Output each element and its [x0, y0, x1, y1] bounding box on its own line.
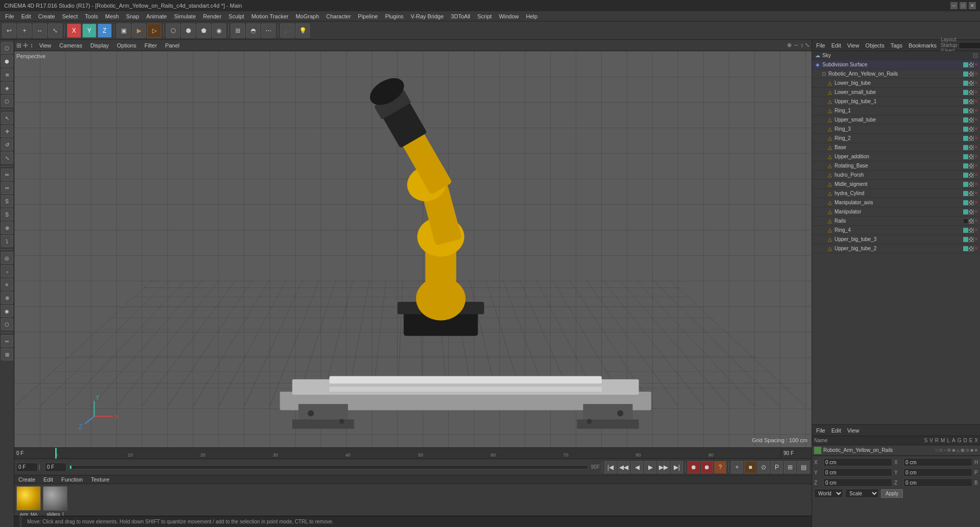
dot-x-16-2[interactable]: ✕: [974, 200, 978, 205]
tool-model[interactable]: ⬡: [1, 42, 13, 54]
x-axis-button[interactable]: X: [67, 23, 81, 38]
dot-x-14-2[interactable]: ✕: [974, 182, 978, 186]
dot-x-3-2[interactable]: ✕: [974, 81, 978, 85]
tool-move[interactable]: ✛: [1, 125, 13, 137]
tool-hair[interactable]: ≡: [1, 278, 13, 291]
tool-texture[interactable]: ⬢: [1, 55, 13, 67]
tool-generator[interactable]: ◎: [1, 252, 13, 264]
frame-indicator-input[interactable]: [45, 463, 66, 472]
menu-item-edit[interactable]: Edit: [18, 12, 34, 20]
material-arm[interactable]: Arm_MA: [16, 486, 41, 517]
maximize-button[interactable]: □: [960, 2, 967, 9]
tool-dynamics[interactable]: ⬡: [1, 318, 13, 330]
keyframe-add-button[interactable]: +: [731, 461, 743, 473]
input-x-rot[interactable]: [903, 458, 972, 466]
tool-clothide[interactable]: ⊗: [1, 292, 13, 304]
om-list-item-11[interactable]: △Upper_addition✕: [812, 152, 980, 161]
mat-menu-texture[interactable]: Texture: [89, 475, 111, 484]
dot-x-8-2[interactable]: ✕: [974, 127, 978, 131]
viewport-menu-panel[interactable]: Panel: [163, 41, 181, 50]
om-list-item-1[interactable]: ◈Subdivision Surface✕: [812, 60, 980, 69]
viewport-menu-view[interactable]: View: [37, 41, 54, 50]
dot-x-19-2[interactable]: ✕: [974, 228, 978, 232]
dot-x-5-2[interactable]: ✕: [974, 99, 978, 104]
tool-paint[interactable]: ◈: [1, 82, 13, 94]
model-mode-button[interactable]: ⬡: [166, 23, 180, 38]
tool-pen[interactable]: ✏: [1, 169, 13, 181]
display-mode-button[interactable]: ⊞: [231, 23, 245, 38]
menu-item-snap[interactable]: Snap: [123, 12, 142, 20]
menu-item-mesh[interactable]: Mesh: [102, 12, 122, 20]
om-list-item-21[interactable]: △Upper_big_tube_2✕: [812, 244, 980, 253]
polygon-mode-button[interactable]: ⬢: [181, 23, 195, 38]
menu-item-tools[interactable]: Tools: [82, 12, 101, 20]
mat-menu-function[interactable]: Function: [59, 475, 85, 484]
edge-mode-button[interactable]: ⬟: [197, 23, 211, 38]
tool-deform[interactable]: ⤵: [1, 235, 13, 247]
tool-boolean[interactable]: ⊕: [1, 222, 13, 234]
tool-magnet[interactable]: S: [1, 195, 13, 207]
tool-rotate[interactable]: ↺: [1, 138, 13, 151]
dot-x-7-2[interactable]: ✕: [974, 117, 978, 122]
input-y-rot[interactable]: [903, 468, 972, 476]
play-reverse-button[interactable]: ◀: [631, 461, 643, 473]
viewport-menu-options[interactable]: Options: [115, 41, 138, 50]
menu-item-render[interactable]: Render: [200, 12, 225, 20]
input-z-pos[interactable]: [823, 478, 892, 487]
motion-clip2-button[interactable]: P: [771, 461, 783, 473]
go-start-button[interactable]: |◀: [604, 461, 617, 473]
material-sliders[interactable]: sliders_l: [43, 486, 67, 517]
om-list-item-7[interactable]: △Upper_small_tube✕: [812, 115, 980, 125]
om-menu-tags[interactable]: Tags: [889, 41, 904, 50]
motion-icons-button[interactable]: ⊞: [784, 461, 796, 473]
om-list-item-16[interactable]: △Manipulator_axis✕: [812, 198, 980, 207]
menu-item-sculpt[interactable]: Sculpt: [226, 12, 248, 20]
record-auto-button[interactable]: ⏺: [701, 461, 713, 473]
render-view-button[interactable]: ▶: [132, 23, 146, 38]
menu-item-3dtoall[interactable]: 3DToAll: [448, 12, 473, 20]
z-axis-button[interactable]: Z: [97, 23, 112, 38]
dot-x-4-2[interactable]: ✕: [974, 90, 978, 94]
dot-x-11-2[interactable]: ✕: [974, 154, 978, 159]
transform-mode-select[interactable]: Scale Position Rotation: [845, 489, 879, 498]
scale-button[interactable]: ⤡: [48, 23, 62, 38]
apply-button[interactable]: Apply: [881, 489, 903, 498]
viewport-menu-filter[interactable]: Filter: [142, 41, 159, 50]
attr-row[interactable]: Robotic_Arm_Yellow_on_Rails □ ⊙ ○ ⊞ ◉ △ …: [812, 445, 980, 456]
point-mode-button[interactable]: ◉: [212, 23, 226, 38]
om-list-item-14[interactable]: △Midle_sigment✕: [812, 180, 980, 189]
dot-x-18-2[interactable]: ✕: [974, 219, 978, 223]
minimize-button[interactable]: ─: [950, 2, 958, 9]
mat-menu-create[interactable]: Create: [16, 475, 37, 484]
om-search-input[interactable]: [959, 42, 980, 49]
menu-item-motiontracker[interactable]: Motion Tracker: [248, 12, 291, 20]
dot-x-9-2[interactable]: ✕: [974, 136, 978, 140]
keyframe-remove-button[interactable]: ■: [744, 461, 756, 473]
tool-brush[interactable]: ≋: [1, 68, 13, 81]
dot-x-21-2[interactable]: ✕: [974, 246, 978, 251]
tool-spline[interactable]: S: [1, 208, 13, 221]
play-button[interactable]: ▶: [644, 461, 656, 473]
tool-particle[interactable]: ⬦: [1, 265, 13, 277]
viewport-3d[interactable]: X Y Z Perspective Grid Spacing : 100 cm: [14, 51, 812, 447]
phong-mode-button[interactable]: ◓: [246, 23, 260, 38]
menu-item-select[interactable]: Select: [59, 12, 81, 20]
om-list-item-20[interactable]: △Upper_big_tube_3✕: [812, 235, 980, 244]
om-list-item-2[interactable]: ⊡Robotic_Arm_Yellow_on_Rails✕: [812, 69, 980, 79]
om-menu-file[interactable]: File: [814, 41, 827, 50]
render-button[interactable]: ▷: [147, 23, 161, 38]
menu-item-character[interactable]: Character: [323, 12, 354, 20]
mat-menu-edit[interactable]: Edit: [41, 475, 55, 484]
menu-item-v-raybridge[interactable]: V-Ray Bridge: [408, 12, 447, 20]
prev-frame-button[interactable]: ◀◀: [618, 461, 630, 473]
dot-x-6-2[interactable]: ✕: [974, 108, 978, 113]
tool-floor[interactable]: ═: [1, 335, 13, 347]
timeline-progress-bar[interactable]: [69, 465, 588, 469]
om-list-item-4[interactable]: △Lower_small_tube✕: [812, 88, 980, 97]
om-list-item-17[interactable]: △Manipulator✕: [812, 207, 980, 217]
motion-toggle-button[interactable]: ▤: [797, 461, 810, 473]
dot-x-15-2[interactable]: ✕: [974, 191, 978, 196]
om-list-item-6[interactable]: △Ring_1✕: [812, 106, 980, 115]
om-list-item-0[interactable]: ☁Sky: [812, 51, 980, 60]
attr-menu-file[interactable]: File: [814, 426, 827, 435]
